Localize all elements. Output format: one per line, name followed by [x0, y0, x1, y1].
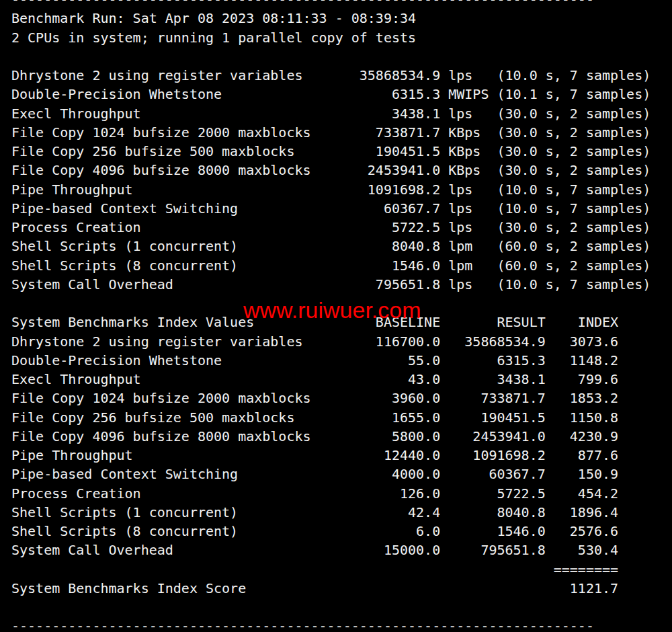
index-score-line: System Benchmarks Index Score 1121.7 — [11, 579, 650, 598]
benchmark-result-row: File Copy 4096 bufsize 8000 maxblocks 24… — [11, 161, 650, 180]
benchmark-result-row: Shell Scripts (1 concurrent) 8040.8 lpm … — [11, 237, 650, 255]
benchmark-result-row: Dhrystone 2 using register variables 358… — [11, 66, 650, 85]
index-table-row: File Copy 256 bufsize 500 maxblocks 1655… — [11, 408, 650, 427]
terminal-screen: ----------------------------------------… — [0, 0, 672, 632]
index-table-row: Shell Scripts (8 concurrent) 6.0 1546.0 … — [11, 522, 650, 541]
benchmark-result-row: Double-Precision Whetstone 6315.3 MWIPS … — [11, 85, 650, 104]
benchmark-run-line: Benchmark Run: Sat Apr 08 2023 08:11:33 … — [11, 9, 650, 28]
index-table-row: Process Creation 126.0 5722.5 454.2 — [11, 484, 650, 503]
index-table-row: Execl Throughput 43.0 3438.1 799.6 — [11, 370, 650, 389]
benchmark-result-row: Process Creation 5722.5 lps (30.0 s, 2 s… — [11, 218, 650, 237]
divider-bottom: ----------------------------------------… — [11, 617, 650, 632]
benchmark-result-row: File Copy 256 bufsize 500 maxblocks 1904… — [11, 142, 650, 161]
benchmark-result-row: File Copy 1024 bufsize 2000 maxblocks 73… — [11, 123, 650, 142]
benchmark-result-row: System Call Overhead 795651.8 lps (10.0 … — [11, 275, 650, 294]
blank-line — [11, 294, 650, 313]
divider-top: ----------------------------------------… — [11, 0, 650, 9]
index-table-row: File Copy 4096 bufsize 8000 maxblocks 58… — [11, 427, 650, 446]
index-table-header: System Benchmarks Index Values BASELINE … — [11, 313, 650, 331]
index-table-row: Pipe-based Context Switching 4000.0 6036… — [11, 465, 650, 483]
benchmark-result-row: Pipe Throughput 1091698.2 lps (10.0 s, 7… — [11, 180, 650, 199]
cpu-info-line: 2 CPUs in system; running 1 parallel cop… — [11, 28, 650, 47]
index-table-row: System Call Overhead 15000.0 795651.8 53… — [11, 541, 650, 559]
blank-line — [11, 598, 650, 617]
index-table-row: Double-Precision Whetstone 55.0 6315.3 1… — [11, 351, 650, 370]
index-table-row: Dhrystone 2 using register variables 116… — [11, 332, 650, 351]
index-table-row: Shell Scripts (1 concurrent) 42.4 8040.8… — [11, 503, 650, 522]
blank-line — [11, 47, 650, 66]
benchmark-result-row: Shell Scripts (8 concurrent) 1546.0 lpm … — [11, 256, 650, 275]
benchmark-result-row: Pipe-based Context Switching 60367.7 lps… — [11, 199, 650, 218]
index-table-row: Pipe Throughput 12440.0 1091698.2 877.6 — [11, 446, 650, 465]
index-table-row: File Copy 1024 bufsize 2000 maxblocks 39… — [11, 389, 650, 407]
index-separator-line: ======== — [11, 560, 650, 579]
terminal-output: ----------------------------------------… — [11, 0, 650, 632]
benchmark-result-row: Execl Throughput 3438.1 lps (30.0 s, 2 s… — [11, 104, 650, 123]
